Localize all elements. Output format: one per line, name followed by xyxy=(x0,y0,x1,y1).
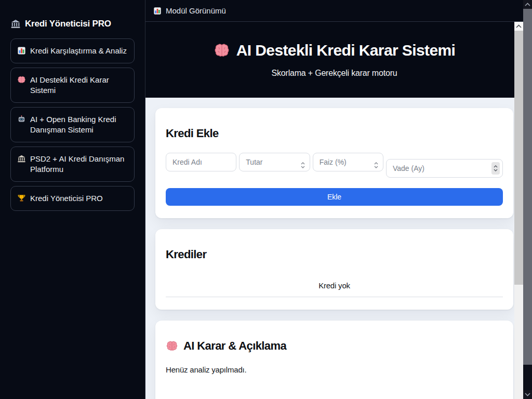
loan-name-input[interactable] xyxy=(166,153,236,171)
sidebar-item-ai-kredi-karar[interactable]: AI Destekli Kredi Karar Sistemi xyxy=(10,68,135,103)
window-scrollbar-thumb[interactable] xyxy=(523,9,532,365)
brain-icon xyxy=(17,75,26,84)
loans-empty-state: Kredi yok xyxy=(166,274,503,297)
sidebar-item-kredi-yoneticisi-pro[interactable]: Kredi Yöneticisi PRO xyxy=(10,186,135,211)
loans-card: Krediler Kredi yok xyxy=(155,229,513,310)
topbar: Modül Görünümü xyxy=(145,0,532,22)
module-title: AI Destekli Kredi Karar Sistemi xyxy=(214,42,456,59)
module-subtitle: Skorlama + Gerekçeli karar motoru xyxy=(272,69,397,78)
term-input[interactable] xyxy=(386,159,503,178)
main-area: Modül Görünümü AI Destekli Kredi Karar S… xyxy=(145,0,532,399)
window-scrollbar-up-button[interactable] xyxy=(523,0,532,9)
trophy-icon xyxy=(17,194,26,203)
sidebar-item-label: AI Destekli Kredi Karar Sistemi xyxy=(30,75,128,96)
sidebar-item-kredi-karsilastirma[interactable]: Kredi Karşılaştırma & Analiz xyxy=(10,38,135,63)
module-scrollbar[interactable] xyxy=(514,22,523,399)
sidebar-title-label: Kredi Yöneticisi PRO xyxy=(25,19,111,29)
amount-field-wrap xyxy=(239,153,310,178)
module-header: AI Destekli Kredi Karar Sistemi Skorlama… xyxy=(145,22,523,98)
interest-field-wrap xyxy=(313,153,383,178)
sidebar-title: Kredi Yöneticisi PRO xyxy=(10,19,135,29)
window-scrollbar[interactable] xyxy=(523,0,532,399)
ai-decision-empty-state: Henüz analiz yapılmadı. xyxy=(166,365,503,374)
loan-name-field-wrap xyxy=(166,153,236,178)
bar-chart-icon xyxy=(153,7,162,15)
loans-card-title: Krediler xyxy=(166,248,503,261)
window-scrollbar-down-button[interactable] xyxy=(523,390,532,399)
term-stepper[interactable] xyxy=(491,162,500,175)
sidebar-item-psd2-platform[interactable]: PSD2 + AI Kredi Danışman Platformu xyxy=(10,147,135,182)
bar-chart-icon xyxy=(17,46,26,55)
ai-decision-card-title: AI Karar & Açıklama xyxy=(166,339,503,353)
robot-icon xyxy=(17,115,26,124)
module-scrollbar-up-button[interactable] xyxy=(514,22,523,31)
module-scrollbar-thumb[interactable] xyxy=(514,31,523,285)
amount-stepper[interactable] xyxy=(299,159,307,171)
bank-icon xyxy=(10,19,21,29)
ai-decision-card-title-text: AI Karar & Açıklama xyxy=(183,339,286,353)
classical-building-icon xyxy=(17,154,26,163)
sidebar-item-label: PSD2 + AI Kredi Danışman Platformu xyxy=(30,154,128,175)
add-loan-card-title: Kredi Ekle xyxy=(166,127,503,140)
term-field-wrap xyxy=(386,159,503,178)
sidebar-item-label: Kredi Yöneticisi PRO xyxy=(30,193,103,204)
add-loan-button[interactable]: Ekle xyxy=(166,188,503,206)
topbar-label: Modül Görünümü xyxy=(166,6,226,15)
ai-decision-card: AI Karar & Açıklama Henüz analiz yapılma… xyxy=(155,321,513,399)
brain-icon xyxy=(166,340,178,352)
interest-stepper[interactable] xyxy=(372,159,380,171)
brain-icon xyxy=(214,42,230,59)
sidebar: Kredi Yöneticisi PRO Kredi Karşılaştırma… xyxy=(0,0,145,399)
module-viewport: AI Destekli Kredi Karar Sistemi Skorlama… xyxy=(145,22,523,399)
add-loan-form-row xyxy=(166,153,503,178)
module-title-text: AI Destekli Kredi Karar Sistemi xyxy=(236,42,456,59)
add-loan-card: Kredi Ekle xyxy=(155,108,513,218)
module-body: Kredi Ekle xyxy=(145,98,523,399)
sidebar-item-label: Kredi Karşılaştırma & Analiz xyxy=(30,46,127,56)
app-window: Kredi Yöneticisi PRO Kredi Karşılaştırma… xyxy=(0,0,532,399)
sidebar-item-open-banking[interactable]: AI + Open Banking Kredi Danışman Sistemi xyxy=(10,107,135,142)
sidebar-item-label: AI + Open Banking Kredi Danışman Sistemi xyxy=(30,114,128,135)
